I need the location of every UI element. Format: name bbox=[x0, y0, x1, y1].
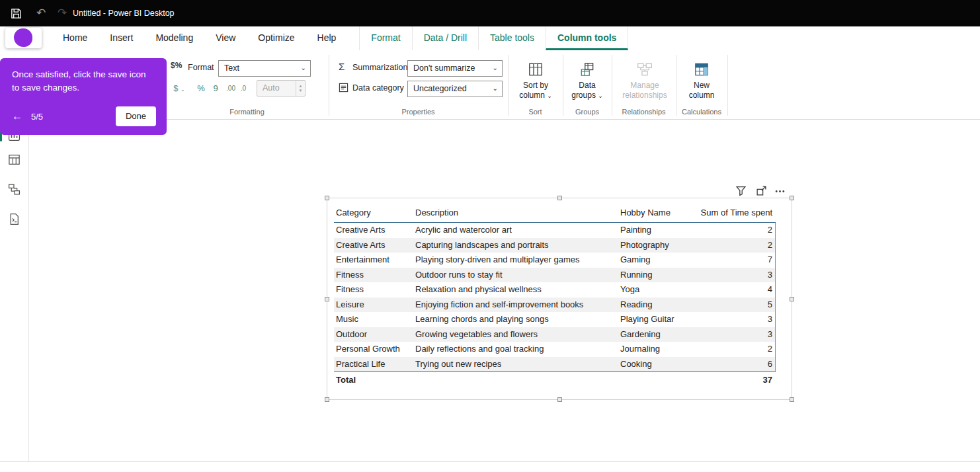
new-column-button[interactable]: New column bbox=[677, 57, 726, 100]
cell-time-spent: 3 bbox=[693, 268, 776, 283]
column-header-description[interactable]: Description bbox=[413, 204, 618, 222]
column-header-sum-of-time-spent[interactable]: Sum of Time spent bbox=[693, 204, 776, 222]
tab-insert[interactable]: Insert bbox=[99, 26, 144, 50]
focus-mode-icon[interactable] bbox=[756, 185, 768, 197]
currency-format-button[interactable]: $ ⌄ bbox=[172, 80, 186, 97]
cell-description: Outdoor runs to stay fit bbox=[413, 268, 618, 283]
redo-icon: ↷ bbox=[54, 4, 70, 22]
chevron-down-icon: ⌄ bbox=[493, 81, 498, 96]
more-options-icon[interactable] bbox=[774, 186, 786, 198]
resize-handle[interactable] bbox=[325, 196, 329, 200]
tab-view[interactable]: View bbox=[204, 26, 247, 50]
resize-handle[interactable] bbox=[325, 297, 329, 301]
table-visual[interactable]: Category Description Hobby Name Sum of T… bbox=[327, 198, 792, 400]
group-divider bbox=[563, 55, 563, 116]
table-row[interactable]: Personal Growth Daily reflections and go… bbox=[334, 342, 776, 357]
dax-query-view-icon[interactable] bbox=[8, 213, 21, 226]
save-icon[interactable] bbox=[8, 5, 24, 21]
chevron-down-icon: ⌄ bbox=[493, 60, 498, 75]
table-row[interactable]: Outdoor Growing vegetables and flowers G… bbox=[334, 327, 776, 342]
group-label-groups: Groups bbox=[563, 108, 612, 116]
manage-relationships-icon bbox=[614, 57, 676, 78]
resize-handle[interactable] bbox=[790, 196, 794, 200]
currency-symbol: $ bbox=[173, 83, 178, 93]
cell-description: Capturing landscapes and portraits bbox=[413, 238, 618, 253]
tab-format[interactable]: Format bbox=[359, 26, 411, 50]
thousands-separator-button[interactable]: 9 bbox=[212, 80, 220, 97]
column-header-hobby-name[interactable]: Hobby Name bbox=[618, 204, 693, 222]
filter-icon[interactable] bbox=[735, 185, 747, 197]
tab-data-drill[interactable]: Data / Drill bbox=[412, 26, 478, 50]
resize-handle[interactable] bbox=[790, 397, 794, 402]
format-type-dropdown[interactable]: Text ⌄ bbox=[218, 60, 311, 77]
summarization-value: Don't summarize bbox=[413, 61, 475, 76]
tab-home[interactable]: Home bbox=[52, 26, 99, 50]
table-row[interactable]: Fitness Outdoor runs to stay fit Running… bbox=[334, 268, 776, 283]
decimal-decrease-button[interactable]: .0 bbox=[238, 80, 249, 97]
resize-handle[interactable] bbox=[557, 397, 562, 402]
group-label-sort: Sort bbox=[508, 108, 563, 116]
decimal-increase-button[interactable]: .00 bbox=[224, 80, 238, 97]
back-arrow-icon[interactable]: ← bbox=[12, 110, 22, 122]
cell-category: Creative Arts bbox=[334, 223, 413, 238]
cell-hobby-name: Journaling bbox=[618, 342, 693, 357]
cell-category: Fitness bbox=[334, 268, 413, 283]
group-divider bbox=[329, 55, 329, 116]
table-total-row: Total 37 bbox=[334, 372, 776, 388]
resize-handle[interactable] bbox=[790, 297, 794, 301]
decimal-places-input: Auto ▲▼ bbox=[257, 80, 306, 97]
undo-icon[interactable]: ↶ bbox=[33, 4, 49, 22]
table-row[interactable]: Practical Life Trying out new recipes Co… bbox=[334, 357, 776, 372]
manage-relationships-button: Manage relationships bbox=[614, 57, 676, 100]
column-header-category[interactable]: Category bbox=[334, 204, 413, 222]
format-label: Format bbox=[188, 63, 214, 72]
resize-handle[interactable] bbox=[557, 196, 562, 200]
cell-description: Growing vegetables and flowers bbox=[413, 327, 618, 342]
resize-handle[interactable] bbox=[325, 397, 329, 402]
cell-hobby-name: Running bbox=[618, 268, 693, 283]
chevron-down-icon: ⌄ bbox=[301, 60, 306, 75]
sort-button-line2: column bbox=[519, 91, 545, 100]
table-right-gridline bbox=[775, 223, 776, 372]
tab-help[interactable]: Help bbox=[306, 26, 348, 50]
cell-category: Music bbox=[334, 312, 413, 327]
table-row[interactable]: Creative Arts Capturing landscapes and p… bbox=[334, 238, 776, 253]
group-label-calculations: Calculations bbox=[676, 108, 727, 116]
tab-modeling[interactable]: Modeling bbox=[144, 26, 204, 50]
calculations-button-line2: column bbox=[689, 91, 715, 100]
data-category-dropdown[interactable]: Uncategorized ⌄ bbox=[407, 81, 503, 97]
done-button[interactable]: Done bbox=[116, 106, 156, 126]
groups-button-line2: groups bbox=[571, 91, 596, 100]
tab-table-tools[interactable]: Table tools bbox=[478, 26, 546, 50]
table-row[interactable]: Leisure Enjoying fiction and self-improv… bbox=[334, 297, 776, 313]
cell-description: Relaxation and physical wellness bbox=[413, 282, 618, 297]
cell-time-spent: 7 bbox=[693, 253, 776, 268]
summarization-dropdown[interactable]: Don't summarize ⌄ bbox=[407, 60, 503, 77]
relationships-button-line2: relationships bbox=[622, 91, 667, 100]
tab-optimize[interactable]: Optimize bbox=[247, 26, 306, 50]
cell-category: Leisure bbox=[334, 297, 413, 313]
group-label-formatting: Formatting bbox=[165, 108, 329, 116]
table-row[interactable]: Music Learning chords and playing songs … bbox=[334, 312, 776, 327]
group-divider bbox=[612, 55, 612, 116]
coachmark-tooltip: Once satisfied, click the save icon to s… bbox=[0, 58, 167, 135]
chevron-down-icon: ⌄ bbox=[598, 93, 603, 99]
table-row[interactable]: Fitness Relaxation and physical wellness… bbox=[334, 282, 776, 297]
tab-column-tools[interactable]: Column tools bbox=[546, 26, 628, 50]
cell-category: Entertainment bbox=[334, 253, 413, 268]
percent-format-button[interactable]: % bbox=[196, 80, 206, 97]
window-title: Untitled - Power BI Desktop bbox=[73, 0, 175, 26]
relationships-button-line1: Manage bbox=[630, 81, 659, 90]
sort-by-column-button[interactable]: Sort by column ⌄ bbox=[512, 57, 559, 101]
table-row[interactable]: Entertainment Playing story-driven and m… bbox=[334, 253, 776, 268]
table-row[interactable]: Creative Arts Acrylic and watercolor art… bbox=[334, 223, 776, 238]
empty-cell bbox=[618, 372, 693, 388]
cell-category: Fitness bbox=[334, 282, 413, 297]
data-groups-button[interactable]: Data groups ⌄ bbox=[564, 57, 610, 101]
format-style-icon: $% bbox=[171, 61, 182, 70]
table-view-icon[interactable] bbox=[8, 153, 21, 167]
cell-time-spent: 2 bbox=[693, 342, 776, 357]
summarization-label: Summarization bbox=[352, 63, 407, 72]
cell-hobby-name: Playing Guitar bbox=[618, 312, 693, 327]
model-view-icon[interactable] bbox=[8, 183, 21, 196]
